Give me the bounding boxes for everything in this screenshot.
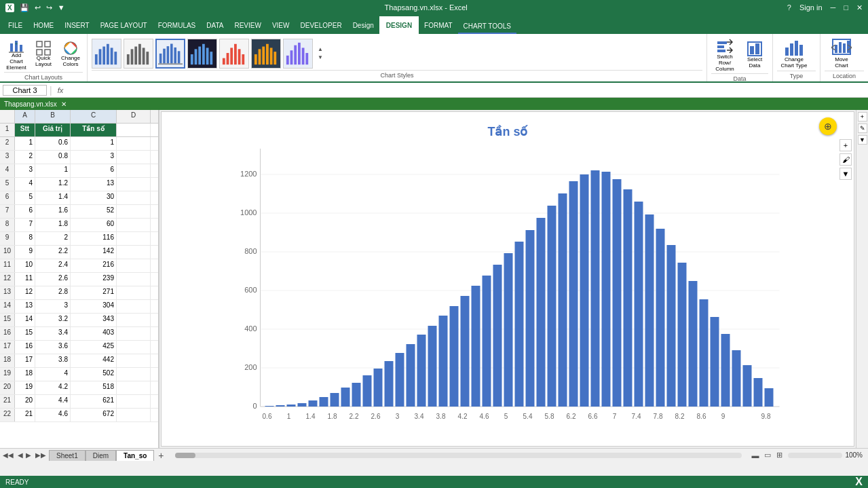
row-header[interactable]: 18 bbox=[0, 354, 15, 367]
cell-stt[interactable]: 21 bbox=[15, 409, 35, 421]
cell-tan-so[interactable]: 1 bbox=[71, 137, 117, 150]
cell-gia-tri[interactable]: 2.6 bbox=[35, 273, 71, 286]
right-filter-btn[interactable]: ▼ bbox=[858, 135, 867, 145]
row-header[interactable]: 9 bbox=[0, 232, 15, 245]
row-header[interactable]: 2 bbox=[0, 137, 15, 150]
zoom-slider[interactable] bbox=[788, 453, 842, 458]
quick-save-icon[interactable]: 💾 bbox=[20, 3, 29, 12]
cell-tan-so[interactable]: 142 bbox=[71, 246, 117, 259]
quick-access-more[interactable]: ▼ bbox=[58, 3, 65, 12]
row-header[interactable]: 22 bbox=[0, 409, 15, 421]
row-header[interactable]: 17 bbox=[0, 341, 15, 354]
sheet-tab-nav-prev[interactable]: ◀ bbox=[16, 451, 24, 459]
cell-tan-so[interactable]: 403 bbox=[71, 327, 117, 340]
cell-stt[interactable]: 8 bbox=[15, 232, 35, 245]
change-colors-btn[interactable]: ChangeColors bbox=[58, 39, 83, 69]
cell-stt[interactable]: 13 bbox=[15, 300, 35, 313]
chart-style-7[interactable] bbox=[283, 39, 313, 69]
quick-layout-btn[interactable]: QuickLayout bbox=[31, 39, 56, 69]
col-header-d[interactable]: D bbox=[117, 110, 151, 123]
formula-input[interactable] bbox=[69, 86, 865, 94]
cell-tan-so[interactable]: 425 bbox=[71, 341, 117, 354]
chart-area[interactable]: Tần số ⊕ + 🖌 ▼ 0 200 40 bbox=[161, 111, 854, 447]
cell-stt[interactable]: 9 bbox=[15, 246, 35, 259]
cell-tan-so[interactable]: 60 bbox=[71, 219, 117, 231]
cell-tan-so[interactable]: 13 bbox=[71, 178, 117, 191]
cell-tan-so[interactable]: 442 bbox=[71, 354, 117, 367]
right-expand-btn[interactable]: + bbox=[858, 112, 867, 121]
cell-stt[interactable]: 2 bbox=[15, 151, 35, 164]
tab-review[interactable]: REVIEW bbox=[229, 16, 266, 34]
cell-stt[interactable]: 17 bbox=[15, 354, 35, 367]
minimize-btn[interactable]: ─ bbox=[831, 3, 836, 12]
cell-gia-tri[interactable]: 4 bbox=[35, 368, 71, 381]
cell-stt[interactable]: 6 bbox=[15, 205, 35, 218]
cell-gia-tri[interactable]: 0.8 bbox=[35, 151, 71, 164]
horizontal-scrollbar[interactable] bbox=[175, 453, 742, 458]
row-header[interactable]: 10 bbox=[0, 246, 15, 259]
row-header[interactable]: 8 bbox=[0, 219, 15, 231]
chart-style-2[interactable] bbox=[124, 39, 153, 69]
quick-undo-icon[interactable]: ↩ bbox=[35, 3, 41, 12]
cell-tan-so[interactable]: 6 bbox=[71, 164, 117, 177]
sheet-tab-tan-so[interactable]: Tan_so bbox=[116, 450, 154, 461]
cell-stt[interactable]: 5 bbox=[15, 191, 35, 204]
cell-gia-tri[interactable]: 1.8 bbox=[35, 219, 71, 231]
cell-gia-tri[interactable]: 1.6 bbox=[35, 205, 71, 218]
tab-formulas[interactable]: FORMULAS bbox=[153, 16, 202, 34]
add-sheet-btn[interactable]: + bbox=[154, 449, 168, 462]
chart-filters-btn[interactable]: ▼ bbox=[839, 168, 852, 180]
signin-label[interactable]: Sign in bbox=[799, 3, 823, 12]
cell-tan-so[interactable]: 216 bbox=[71, 259, 117, 272]
chart-style-5[interactable] bbox=[219, 39, 249, 69]
row-header[interactable]: 4 bbox=[0, 164, 15, 177]
cell-tan-so[interactable]: 518 bbox=[71, 381, 117, 394]
row-header[interactable]: 16 bbox=[0, 327, 15, 340]
chart-style-1[interactable] bbox=[92, 39, 121, 69]
cell-b1[interactable]: Giá trị bbox=[35, 124, 71, 136]
sheet-tab-sheet1[interactable]: Sheet1 bbox=[49, 450, 86, 461]
view-layout-btn[interactable]: ▭ bbox=[761, 451, 774, 459]
cell-tan-so[interactable]: 343 bbox=[71, 314, 117, 326]
cell-gia-tri[interactable]: 3.8 bbox=[35, 354, 71, 367]
cell-stt[interactable]: 11 bbox=[15, 273, 35, 286]
cell-gia-tri[interactable]: 2.2 bbox=[35, 246, 71, 259]
cell-gia-tri[interactable]: 3.2 bbox=[35, 314, 71, 326]
help-icon[interactable]: ? bbox=[787, 3, 791, 12]
cell-gia-tri[interactable]: 1.2 bbox=[35, 178, 71, 191]
col-header-c[interactable]: C bbox=[71, 110, 117, 123]
cell-tan-so[interactable]: 672 bbox=[71, 409, 117, 421]
cell-tan-so[interactable]: 271 bbox=[71, 286, 117, 299]
name-box[interactable]: Chart 3 bbox=[3, 85, 47, 96]
cell-gia-tri[interactable]: 3 bbox=[35, 300, 71, 313]
cell-tan-so[interactable]: 502 bbox=[71, 368, 117, 381]
select-data-btn[interactable]: SelectData bbox=[741, 39, 768, 71]
row-1-header[interactable]: 1 bbox=[0, 124, 15, 136]
cell-gia-tri[interactable]: 1.4 bbox=[35, 191, 71, 204]
cell-stt[interactable]: 18 bbox=[15, 368, 35, 381]
cell-stt[interactable]: 16 bbox=[15, 341, 35, 354]
cell-stt[interactable]: 1 bbox=[15, 137, 35, 150]
chart-style-more[interactable]: ▲ ▼ bbox=[315, 46, 326, 60]
sheet-tab-nav-left[interactable]: ◀◀ bbox=[0, 451, 16, 459]
chart-style-4[interactable] bbox=[187, 39, 217, 69]
view-normal-btn[interactable]: ▬ bbox=[749, 451, 761, 459]
chart-style-3[interactable] bbox=[155, 39, 185, 69]
cell-gia-tri[interactable]: 1 bbox=[35, 164, 71, 177]
row-header[interactable]: 7 bbox=[0, 205, 15, 218]
cell-stt[interactable]: 4 bbox=[15, 178, 35, 191]
row-header[interactable]: 14 bbox=[0, 300, 15, 313]
cell-tan-so[interactable]: 239 bbox=[71, 273, 117, 286]
row-header[interactable]: 21 bbox=[0, 395, 15, 408]
cell-gia-tri[interactable]: 4.6 bbox=[35, 409, 71, 421]
cell-gia-tri[interactable]: 2 bbox=[35, 232, 71, 245]
row-header[interactable]: 3 bbox=[0, 151, 15, 164]
cell-stt[interactable]: 14 bbox=[15, 314, 35, 326]
cell-stt[interactable]: 7 bbox=[15, 219, 35, 231]
col-header-b[interactable]: B bbox=[35, 110, 71, 123]
quick-redo-icon[interactable]: ↪ bbox=[46, 3, 52, 12]
cell-gia-tri[interactable]: 4.2 bbox=[35, 381, 71, 394]
row-header[interactable]: 11 bbox=[0, 259, 15, 272]
workbook-close[interactable]: ✕ bbox=[61, 100, 67, 108]
tab-insert[interactable]: INSERT bbox=[59, 16, 95, 34]
